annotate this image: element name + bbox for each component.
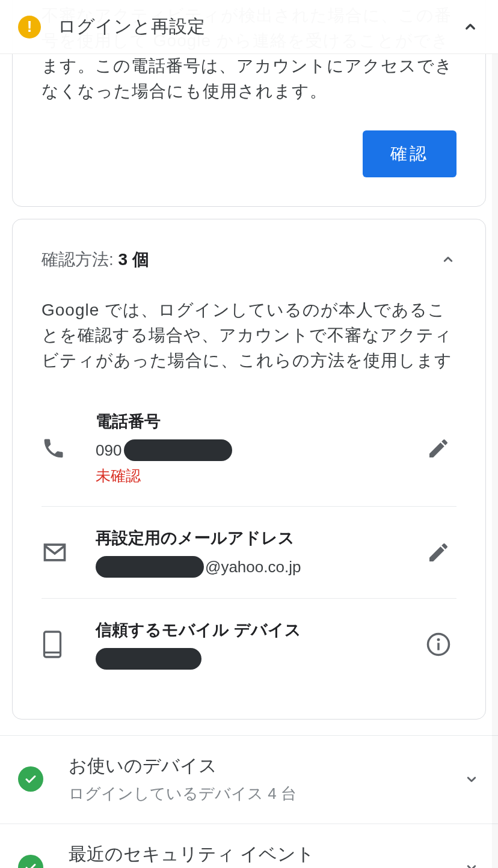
- chevron-down-icon[interactable]: [463, 771, 480, 787]
- events-title: 最近のセキュリティ イベント: [69, 842, 463, 867]
- svg-point-3: [437, 638, 440, 641]
- check-icon: [18, 766, 43, 792]
- verification-card-header[interactable]: 確認方法: 3 個: [42, 248, 456, 271]
- redacted-email: [96, 556, 204, 578]
- edit-phone-button[interactable]: [420, 436, 456, 460]
- info-device-button[interactable]: [420, 632, 456, 657]
- phone-value: 090: [96, 439, 420, 461]
- verification-device-row[interactable]: 信頼するモバイル デバイス: [42, 598, 456, 690]
- chevron-up-icon[interactable]: [440, 251, 456, 268]
- warning-icon: !: [18, 16, 41, 38]
- devices-title: お使いのデバイス: [69, 754, 463, 778]
- check-icon: [18, 855, 43, 868]
- mail-icon: [42, 539, 96, 566]
- svg-rect-4: [437, 643, 440, 650]
- verification-email-row[interactable]: 再設定用のメールアドレス @yahoo.co.jp: [42, 506, 456, 598]
- email-label: 再設定用のメールアドレス: [96, 527, 420, 549]
- confirm-button[interactable]: 確認: [363, 130, 456, 177]
- security-events-section[interactable]: 最近のセキュリティ イベント 最近のイベント: 5 件: [0, 824, 498, 868]
- phone-icon: [42, 436, 96, 460]
- device-value: [96, 648, 420, 670]
- scrollbar[interactable]: [492, 54, 498, 868]
- phone-label: 電話番号: [96, 411, 420, 432]
- phone-status-unverified: 未確認: [96, 466, 420, 486]
- redacted-device: [96, 648, 201, 670]
- devices-subtitle: ログインしているデバイス 4 台: [69, 783, 463, 804]
- smartphone-icon: [42, 630, 96, 659]
- verification-title: 確認方法: 3 個: [42, 248, 149, 271]
- your-devices-section[interactable]: お使いのデバイス ログインしているデバイス 4 台: [0, 735, 498, 824]
- chevron-up-icon[interactable]: [461, 17, 480, 37]
- page-title: ログインと再設定: [58, 14, 461, 39]
- verification-description: Google では、ログインしているのが本人であることを確認する場合や、アカウン…: [42, 298, 456, 373]
- device-label: 信頼するモバイル デバイス: [96, 619, 420, 641]
- edit-email-button[interactable]: [420, 540, 456, 564]
- chevron-down-icon[interactable]: [463, 859, 480, 868]
- email-value: @yahoo.co.jp: [96, 556, 420, 578]
- sticky-header[interactable]: ! ログインと再設定: [0, 0, 498, 54]
- verification-phone-row[interactable]: 電話番号 090 未確認: [42, 390, 456, 506]
- redacted-phone: [124, 439, 232, 461]
- verification-methods-card: 確認方法: 3 個 Google では、ログインしているのが本人であることを確認…: [12, 219, 486, 720]
